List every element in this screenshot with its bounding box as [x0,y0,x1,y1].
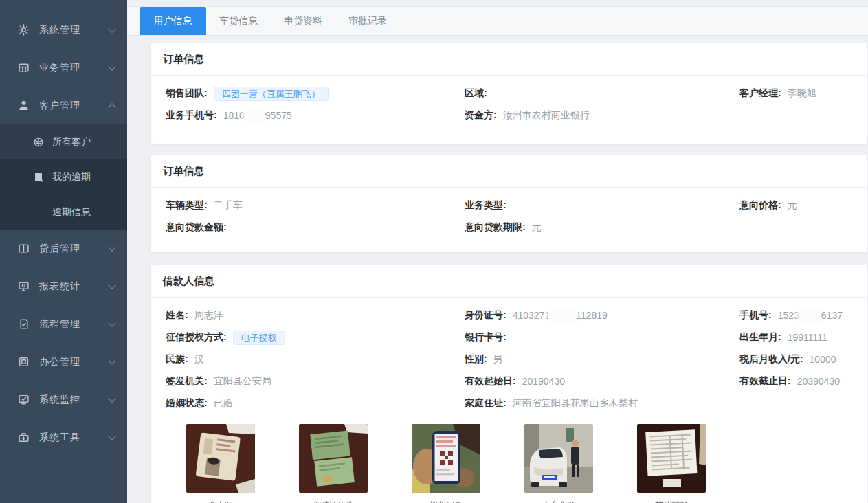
field-label: 客户经理: [739,87,781,100]
sidebar-item-customer-management[interactable]: 客户管理 [0,87,127,124]
customer-management-submenu: 所有客户 我的逾期 逾期信息 [0,124,127,230]
sidebar-item-label: 客户管理 [39,100,109,112]
field-vehicle-type: 车辆类型: 二手车 [166,194,465,216]
sidebar-subitem-label: 所有客户 [52,136,91,148]
field-credit-auth: 征信授权方式: 电子授权 [166,326,465,348]
field-valid-from: 有效起始日: 20190430 [465,370,739,392]
redaction-blur [799,311,821,321]
field-monthly-income: 税后月收入/元: 10000 [739,348,867,370]
chevron-down-icon [108,357,115,364]
chevron-down-icon [108,319,115,326]
monitor-icon [18,280,30,292]
sidebar-subitem-label: 我的逾期 [52,171,91,183]
field-home-address: 家庭住址: 河南省宜阳县花果山乡木柴村 [465,392,739,414]
tab-loan-application-docs[interactable]: 申贷资料 [271,7,335,35]
field-label: 区域: [465,87,487,100]
sidebar-item-label: 办公管理 [39,356,109,368]
field-intent-loan-term: 意向贷款期限: 元 [465,216,739,238]
sidebar-subitem-label: 逾期信息 [52,206,91,219]
field-intent-price: 意向价格: 元 [739,194,867,216]
sidebar-item-label: 系统工具 [39,432,109,444]
paper-document-photo[interactable]: 其他材料 [637,424,706,503]
sidebar-item-label: 贷后管理 [39,243,109,255]
sidebar-item-system-monitor[interactable]: 系统监控 [0,381,127,418]
field-region: 区域: [465,82,739,104]
sidebar-item-label: 报表统计 [39,280,109,293]
sidebar-item-system-management[interactable]: 系统管理 [0,11,127,49]
person-car-photo[interactable]: 人车合影 [524,424,593,503]
field-value: 李晓旭 [788,87,816,100]
field-label: 资金方: [465,109,497,122]
wheel-icon [33,137,44,148]
user-icon [18,100,30,111]
chevron-down-icon [108,243,115,251]
field-bank-card: 银行卡号: [465,326,739,348]
chevron-up-icon [108,103,115,111]
field-value: 元 [788,199,797,212]
notebook-icon [33,172,44,183]
tab-car-loan-info[interactable]: 车贷信息 [206,7,271,35]
field-intent-loan-amount: 意向贷款金额: [166,216,465,238]
sidebar-item-report-statistics[interactable]: 报表统计 [0,267,127,305]
borrower-info-card: 借款人信息 姓名: 周志洋 身份证号: 4103271112819 手机号: 1… [150,265,868,503]
id-card-photo[interactable]: 个人照 [186,424,255,503]
field-id-number: 身份证号: 4103271112819 [465,304,739,326]
sidebar-item-business-management[interactable]: 业务管理 [0,49,127,87]
detail-tabbar: 用户信息 车贷信息 申贷资料 审批记录 [127,6,868,36]
redaction-blur [550,311,576,321]
order-info-card-1: 订单信息 销售团队: 四团一营（直属王鹏飞） 区域: 客户经理: 李晓旭 业务手… [150,43,868,144]
field-label: 业务类型: [465,199,507,212]
photo-label: 其他材料 [637,500,706,503]
phone-qr-photo[interactable]: 授权记录 [412,424,480,503]
photo-label: 人车合影 [524,500,593,503]
sidebar-item-office-management[interactable]: 办公管理 [0,343,127,381]
field-label: 车辆类型: [166,199,208,212]
monitor-check-icon [18,394,30,405]
chevron-down-icon [108,63,115,70]
sidebar-item-label: 业务管理 [39,62,109,74]
sidebar-item-label: 流程管理 [39,318,109,331]
sidebar-item-system-tools[interactable]: 系统工具 [0,418,127,456]
workflow-icon [18,318,30,330]
field-valid-to: 有效截止日: 20390430 [739,370,867,392]
field-label: 意向价格: [739,199,781,212]
field-sales-team: 销售团队: 四团一营（直属王鹏飞） [166,82,465,104]
sales-team-tag[interactable]: 四团一营（直属王鹏飞） [214,87,329,101]
field-mobile: 手机号: 15236137 [739,304,867,326]
field-birth-date: 出生年月: 19911111 [739,326,867,348]
chevron-down-icon [108,394,115,402]
field-label: 销售团队: [166,87,208,100]
field-value: 二手车 [214,199,243,212]
chevron-down-icon [108,432,115,440]
sidebar-subitem-my-overdue[interactable]: 我的逾期 [0,159,127,194]
field-business-phone: 业务手机号: 181095575 [166,104,465,126]
sidebar-subitem-overdue-info[interactable]: 逾期信息 [0,194,127,230]
order-info-card-2: 订单信息 车辆类型: 二手车 业务类型: 意向价格: 元 意向贷款金额: 意向贷… [150,155,868,253]
field-funder: 资金方: 汝州市农村商业银行 [465,104,739,126]
field-account-manager: 客户经理: 李晓旭 [739,82,867,104]
chevron-down-icon [108,25,115,32]
card-title: 订单信息 [151,43,867,76]
table-icon [18,62,30,74]
field-name: 姓名: 周志洋 [166,304,465,326]
field-marital-status: 婚姻状态: 已婚 [166,392,465,414]
tab-user-info[interactable]: 用户信息 [140,7,206,35]
field-label: 业务手机号: [166,109,217,122]
field-label: 意向贷款金额: [166,221,227,234]
field-value: 元 [532,221,542,234]
sidebar: 系统管理 业务管理 客户管理 所有客户 [0,0,127,503]
toolbox-icon [18,432,30,443]
license-booklet-photo[interactable]: 驾驶证原件 [299,424,368,503]
field-label: 意向贷款期限: [465,221,526,234]
field-issuing-authority: 签发机关: 宜阳县公安局 [166,370,465,392]
sidebar-subitem-all-customers[interactable]: 所有客户 [0,124,127,159]
field-ethnicity: 民族: 汉 [166,348,465,370]
field-gender: 性别: 男 [465,348,739,370]
redaction-blur [245,111,265,121]
sidebar-item-process-management[interactable]: 流程管理 [0,305,127,343]
photo-label: 驾驶证原件 [299,500,368,503]
tab-approval-records[interactable]: 审批记录 [335,7,400,35]
chevron-down-icon [108,281,115,289]
credit-auth-tag[interactable]: 电子授权 [233,331,285,345]
sidebar-item-postloan-management[interactable]: 贷后管理 [0,230,127,267]
